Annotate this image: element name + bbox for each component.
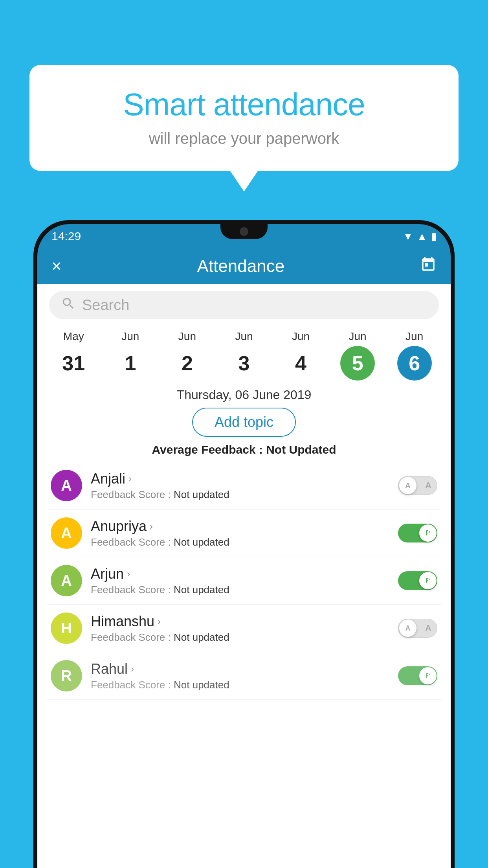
notch — [220, 224, 268, 239]
search-bar-container: Search — [37, 284, 451, 326]
student-item[interactable]: AArjun ›Feedback Score : Not updatedPP — [47, 557, 441, 605]
toggle-switch[interactable]: AA — [398, 619, 437, 638]
chevron-icon: › — [131, 664, 134, 675]
toggle-label: A — [425, 623, 431, 633]
score-value: Not updated — [174, 584, 229, 596]
toggle-knob: A — [399, 477, 416, 494]
student-avatar: A — [51, 470, 82, 501]
student-name: Arjun › — [91, 566, 389, 582]
cal-month-label: Jun — [405, 330, 423, 343]
student-info: Himanshu ›Feedback Score : Not updated — [91, 613, 389, 644]
attendance-toggle[interactable]: PP — [398, 666, 437, 685]
student-avatar: R — [51, 660, 82, 691]
cal-day-6[interactable]: Jun6 — [397, 330, 432, 381]
attendance-toggle[interactable]: AA — [398, 476, 437, 495]
student-score: Feedback Score : Not updated — [91, 631, 389, 644]
app-title: Attendance — [197, 256, 285, 276]
toggle-label: A — [425, 480, 431, 491]
search-bar[interactable]: Search — [49, 291, 439, 319]
student-avatar: H — [51, 612, 82, 644]
attendance-toggle[interactable]: PP — [398, 524, 437, 542]
toggle-switch[interactable]: PP — [398, 524, 437, 542]
cal-month-label: Jun — [235, 330, 253, 343]
student-avatar: A — [51, 517, 82, 549]
score-value: Not updated — [174, 489, 229, 500]
cal-day-4[interactable]: Jun4 — [284, 330, 318, 381]
cal-month-label: Jun — [121, 330, 139, 343]
toggle-knob: A — [399, 620, 416, 637]
student-info: Anjali ›Feedback Score : Not updated — [91, 471, 389, 501]
cal-date-number[interactable]: 5 — [340, 346, 375, 381]
student-info: Anupriya ›Feedback Score : Not updated — [91, 518, 389, 548]
avg-feedback: Average Feedback : Not Updated — [37, 443, 451, 456]
student-name: Anjali › — [91, 471, 389, 487]
cal-month-label: May — [63, 330, 84, 343]
add-topic-container: Add topic — [37, 408, 451, 437]
bubble-subtitle: will replace your paperwork — [53, 130, 435, 147]
toggle-switch[interactable]: AA — [398, 476, 437, 495]
signal-icon: ▲ — [417, 230, 427, 243]
student-item[interactable]: AAnjali ›Feedback Score : Not updatedAA — [47, 462, 441, 509]
cal-day-2[interactable]: Jun2 — [170, 330, 204, 381]
cal-day-3[interactable]: Jun3 — [227, 330, 261, 381]
battery-icon: ▮ — [431, 230, 437, 243]
score-value: Not updated — [174, 536, 229, 548]
cal-month-label: Jun — [349, 330, 367, 343]
status-time: 14:29 — [51, 230, 81, 243]
avg-feedback-label: Average Feedback : — [152, 443, 262, 456]
speech-bubble-container: Smart attendance will replace your paper… — [29, 65, 459, 171]
search-input[interactable]: Search — [82, 297, 129, 314]
toggle-switch[interactable]: PP — [398, 666, 437, 685]
toggle-label: P — [427, 528, 433, 538]
student-score: Feedback Score : Not updated — [91, 584, 389, 596]
toggle-label: P — [427, 576, 433, 586]
cal-date-number[interactable]: 1 — [113, 346, 148, 381]
score-value: Not updated — [174, 679, 229, 691]
cal-day-0[interactable]: May31 — [56, 330, 91, 381]
chevron-icon: › — [128, 473, 132, 484]
student-score: Feedback Score : Not updated — [91, 489, 389, 501]
student-avatar: A — [51, 565, 82, 596]
cal-date-number[interactable]: 2 — [170, 346, 204, 381]
cal-month-label: Jun — [178, 330, 196, 343]
score-value: Not updated — [174, 631, 229, 643]
chevron-icon: › — [150, 521, 153, 532]
cal-date-number[interactable]: 6 — [397, 346, 432, 381]
close-button[interactable]: × — [51, 256, 62, 276]
attendance-toggle[interactable]: AA — [398, 619, 437, 638]
attendance-toggle[interactable]: PP — [398, 571, 437, 590]
student-list: AAnjali ›Feedback Score : Not updatedAAA… — [37, 462, 451, 700]
chevron-icon: › — [158, 616, 161, 627]
selected-date: Thursday, 06 June 2019 — [37, 384, 451, 408]
chevron-icon: › — [127, 568, 130, 579]
student-name: Himanshu › — [91, 613, 389, 630]
screen-content: Search May31Jun1Jun2Jun3Jun4Jun5Jun6 Thu… — [37, 284, 451, 868]
cal-day-1[interactable]: Jun1 — [113, 330, 148, 381]
student-name: Anupriya › — [91, 518, 389, 535]
phone-frame: 14:29 ▼ ▲ ▮ × Attendance — [33, 220, 455, 868]
phone-inner: 14:29 ▼ ▲ ▮ × Attendance — [37, 224, 451, 868]
camera-dot — [240, 227, 248, 236]
cal-date-number[interactable]: 4 — [284, 346, 318, 381]
avg-feedback-value: Not Updated — [266, 443, 336, 456]
cal-date-number[interactable]: 31 — [56, 346, 91, 381]
search-icon — [61, 296, 76, 314]
student-item[interactable]: RRahul ›Feedback Score : Not updatedPP — [47, 652, 441, 700]
student-item[interactable]: AAnupriya ›Feedback Score : Not updatedP… — [47, 509, 441, 557]
cal-day-5[interactable]: Jun5 — [340, 330, 375, 381]
student-item[interactable]: HHimanshu ›Feedback Score : Not updatedA… — [47, 605, 441, 652]
bubble-title: Smart attendance — [53, 86, 435, 123]
student-score: Feedback Score : Not updated — [91, 536, 389, 548]
student-info: Arjun ›Feedback Score : Not updated — [91, 566, 389, 596]
cal-month-label: Jun — [292, 330, 310, 343]
student-info: Rahul ›Feedback Score : Not updated — [91, 661, 389, 691]
calendar-icon[interactable] — [420, 256, 437, 276]
toggle-switch[interactable]: PP — [398, 571, 437, 590]
speech-bubble: Smart attendance will replace your paper… — [29, 65, 459, 171]
add-topic-button[interactable]: Add topic — [192, 408, 296, 437]
status-icons: ▼ ▲ ▮ — [403, 230, 437, 243]
student-score: Feedback Score : Not updated — [91, 679, 389, 691]
calendar-strip: May31Jun1Jun2Jun3Jun4Jun5Jun6 — [37, 326, 451, 384]
cal-date-number[interactable]: 3 — [227, 346, 261, 381]
app-header: × Attendance — [37, 248, 451, 284]
